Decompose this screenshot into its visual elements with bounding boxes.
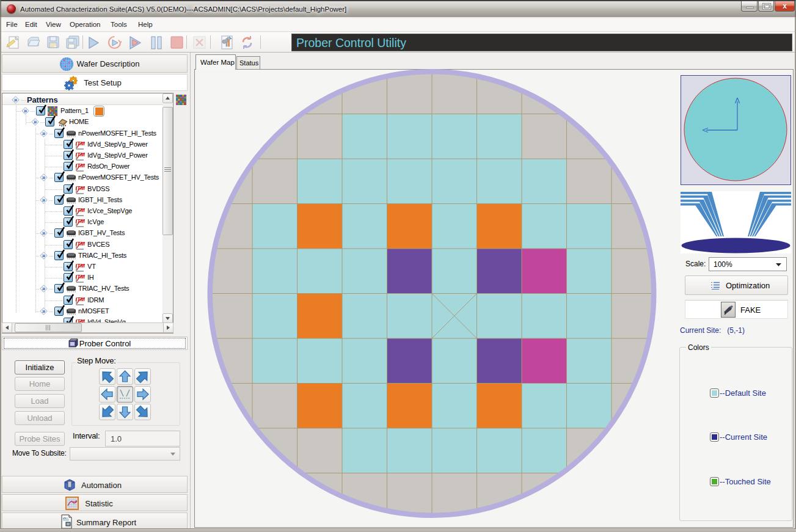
svg-text:ITM: ITM <box>76 218 86 224</box>
svg-text:ITM: ITM <box>76 140 86 147</box>
svg-text:ITM: ITM <box>76 296 86 302</box>
svg-text:ITM: ITM <box>76 241 86 247</box>
svg-text:ITM: ITM <box>76 274 86 280</box>
svg-text:ITM: ITM <box>76 263 86 269</box>
svg-text:ITM: ITM <box>76 207 86 213</box>
svg-text:ITM: ITM <box>76 162 86 169</box>
svg-text:ITM: ITM <box>76 185 86 191</box>
svg-text:ITM: ITM <box>76 151 86 158</box>
